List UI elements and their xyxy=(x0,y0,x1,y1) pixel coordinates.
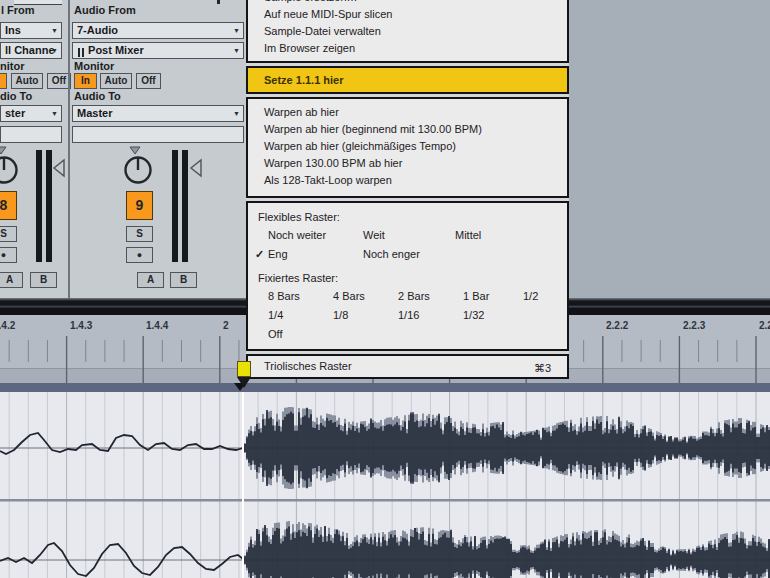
menu-item-grid-off[interactable]: Off xyxy=(268,326,282,343)
crossfade-b-button[interactable]: B xyxy=(30,272,57,288)
playhead-line xyxy=(242,392,244,578)
audio-to-label: Audio To xyxy=(74,90,121,102)
fixed-grid-title: Fixiertes Raster: xyxy=(258,270,338,286)
menu-item-grid-narrow[interactable]: Eng xyxy=(268,246,288,263)
solo-button[interactable]: S xyxy=(0,226,17,242)
chevron-down-icon: ▼ xyxy=(51,27,58,35)
menu-item-8-bars[interactable]: 8 Bars xyxy=(268,288,300,305)
monitor-label: Monitor xyxy=(74,60,114,72)
output-value: Master xyxy=(77,107,112,119)
waveform-track-2 xyxy=(0,521,770,578)
input-type-dropdown[interactable]: Ins ▼ xyxy=(0,22,62,39)
ruler-label: 1.4.4 xyxy=(146,320,168,331)
ruler-label: 1.4.2 xyxy=(0,320,15,331)
blank-dropdown[interactable] xyxy=(0,126,62,143)
ruler-label: 2.2.3 xyxy=(683,320,705,331)
audio-from-label: Audio From xyxy=(74,4,136,16)
monitor-in-button[interactable] xyxy=(0,73,7,89)
menu-section-set111: Setze 1.1.1 hier xyxy=(246,66,569,94)
clipped-control xyxy=(217,0,220,4)
monitor-auto-button[interactable]: Auto xyxy=(11,73,43,89)
crossfade-b-button[interactable]: B xyxy=(170,272,197,288)
menu-item-warp-from-here[interactable]: Warpen ab hier xyxy=(248,104,567,121)
menu-item-sixteenth[interactable]: 1/16 xyxy=(398,307,419,324)
menu-item-4-bars[interactable]: 4 Bars xyxy=(333,288,365,305)
output-dropdown[interactable]: Master ▼ xyxy=(72,105,244,122)
menu-item-quarter[interactable]: 1/4 xyxy=(268,307,283,324)
volume-fader[interactable] xyxy=(182,150,188,262)
channel-strip-audio: Audio From 7-Audio ▼ Post Mixer ▼ Monito… xyxy=(70,0,246,298)
monitor-in-button[interactable]: In xyxy=(74,73,97,89)
ruler-label: 2.2.4 xyxy=(759,320,770,331)
menu-section-triplet: Triolisches Raster ⌘3 xyxy=(246,354,569,379)
menu-item-eighth[interactable]: 1/8 xyxy=(333,307,348,324)
menu-item-grid-widest[interactable]: Noch weiter xyxy=(268,227,326,244)
crossfade-a-button[interactable]: A xyxy=(137,272,164,288)
mixer-section: l From Ins ▼ ll Channe ▼ nitor Auto Off … xyxy=(0,0,246,298)
context-menu: Sample ersetzen… Auf neue MIDI-Spur slic… xyxy=(246,0,569,379)
menu-item-show-in-browser[interactable]: Im Browser zeigen xyxy=(248,40,567,57)
arm-button[interactable]: ● xyxy=(0,247,17,263)
shortcut-label: ⌘3 xyxy=(534,358,551,379)
pan-knob[interactable] xyxy=(116,146,160,190)
waveform-area[interactable] xyxy=(0,392,770,578)
ruler-label: 2.2.2 xyxy=(606,320,628,331)
meter-icon xyxy=(78,48,80,57)
menu-item-1-bar[interactable]: 1 Bar xyxy=(463,288,489,305)
blank-dropdown[interactable] xyxy=(72,126,244,143)
knob-marker-icon xyxy=(130,147,140,154)
volume-fader[interactable] xyxy=(36,150,42,262)
fader-handle-icon[interactable] xyxy=(189,158,203,178)
input-channel-dropdown[interactable]: ll Channe ▼ xyxy=(0,42,62,59)
track-number-box[interactable]: 8 xyxy=(0,191,17,220)
audio-to-label: dio To xyxy=(0,90,32,102)
menu-item-2-bars[interactable]: 2 Bars xyxy=(398,288,430,305)
input-channel-value: ll Channe xyxy=(5,44,55,56)
insert-marker-triangle-icon[interactable] xyxy=(237,377,251,388)
input-channel-value: Post Mixer xyxy=(88,44,144,56)
menu-item-thirtysecond[interactable]: 1/32 xyxy=(463,307,484,324)
monitor-auto-button[interactable]: Auto xyxy=(100,73,132,89)
audio-from-label: l From xyxy=(1,4,35,16)
menu-item-grid-medium[interactable]: Mittel xyxy=(455,227,481,244)
menu-item-set-111-here[interactable]: Setze 1.1.1 hier xyxy=(248,68,567,92)
pan-knob[interactable] xyxy=(0,146,26,190)
menu-section-sample: Sample ersetzen… Auf neue MIDI-Spur slic… xyxy=(246,0,569,63)
menu-item-slice-to-midi[interactable]: Auf neue MIDI-Spur slicen xyxy=(248,6,567,23)
monitor-off-button[interactable]: Off xyxy=(136,73,161,89)
menu-item-triplet-grid[interactable]: Triolisches Raster xyxy=(248,358,567,375)
output-value: ster xyxy=(5,107,25,119)
volume-fader[interactable] xyxy=(172,150,178,262)
chevron-down-icon: ▼ xyxy=(233,110,240,118)
output-dropdown[interactable]: ster ▼ xyxy=(0,105,62,122)
meter-icon xyxy=(82,48,84,57)
crossfade-a-button[interactable]: A xyxy=(0,272,23,288)
chevron-down-icon: ▼ xyxy=(233,47,240,55)
insert-marker-pin[interactable] xyxy=(237,361,251,377)
input-type-value: Ins xyxy=(5,24,21,36)
menu-item-warp-from-here-start-bpm[interactable]: Warpen ab hier (beginnend mit 130.00 BPM… xyxy=(248,121,567,138)
input-type-value: 7-Audio xyxy=(77,24,118,36)
checkmark-icon: ✓ xyxy=(255,246,264,263)
chevron-down-icon: ▼ xyxy=(51,47,58,55)
input-channel-dropdown[interactable]: Post Mixer ▼ xyxy=(72,42,244,59)
knob-marker-icon xyxy=(0,147,6,154)
menu-item-manage-sample[interactable]: Sample-Datei verwalten xyxy=(248,23,567,40)
flexible-grid-title: Flexibles Raster: xyxy=(258,209,340,225)
input-type-dropdown[interactable]: 7-Audio ▼ xyxy=(72,22,244,39)
menu-item-warp-as-loop[interactable]: Als 128-Takt-Loop warpen xyxy=(248,172,567,189)
menu-item-warp-from-here-straight[interactable]: Warpen ab hier (gleichmäßiges Tempo) xyxy=(248,138,567,155)
monitor-label: nitor xyxy=(0,60,24,72)
arm-button[interactable]: ● xyxy=(126,247,153,263)
chevron-down-icon: ▼ xyxy=(51,110,58,118)
track-number-box[interactable]: 9 xyxy=(126,191,153,220)
menu-item-grid-wide[interactable]: Weit xyxy=(363,227,385,244)
solo-button[interactable]: S xyxy=(126,226,153,242)
ruler-label: 1.4.3 xyxy=(70,320,92,331)
waveform-track-1 xyxy=(0,407,770,489)
menu-item-warp-bpm-from-here[interactable]: Warpen 130.00 BPM ab hier xyxy=(248,155,567,172)
menu-item-half[interactable]: 1/2 xyxy=(523,288,538,305)
fader-handle-icon[interactable] xyxy=(52,158,66,178)
menu-section-warp: Warpen ab hier Warpen ab hier (beginnend… xyxy=(246,97,569,198)
menu-item-grid-narrowest[interactable]: Noch enger xyxy=(363,246,420,263)
